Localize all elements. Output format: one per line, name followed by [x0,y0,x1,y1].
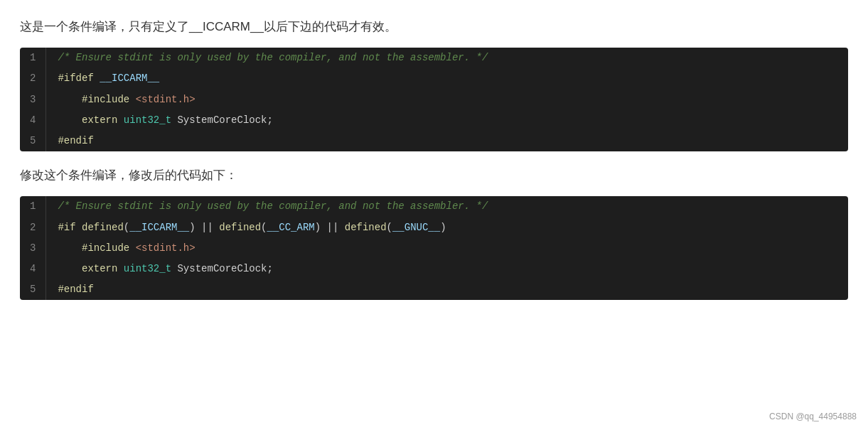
code-line: #ifdef __ICCARM__ [46,68,848,89]
code-line: extern uint32_t SystemCoreClock; [46,259,848,279]
code-line: /* Ensure stdint is only used by the com… [46,196,848,217]
section2-description: 修改这个条件编译，修改后的代码如下： [20,166,848,185]
table-row: 3 #include <stdint.h> [20,238,848,259]
code-defined: __GNUC__ [392,222,440,233]
code-text: SystemCoreClock; [177,114,272,126]
code-keyword: extern [82,263,117,274]
code-line: #endif [46,131,848,151]
code-defined: __CC_ARM [267,222,315,233]
line-number: 1 [20,196,46,217]
watermark: CSDN @qq_44954888 [769,412,857,421]
table-row: 3 #include <stdint.h> [20,90,848,110]
code-type: uint32_t [124,263,171,274]
code-block-1: 1 /* Ensure stdint is only used by the c… [20,48,848,151]
table-row: 1 /* Ensure stdint is only used by the c… [20,48,848,68]
line-number: 4 [20,110,46,131]
code-table-1: 1 /* Ensure stdint is only used by the c… [20,48,848,151]
code-keyword: defined [82,222,124,233]
code-table-2: 1 /* Ensure stdint is only used by the c… [20,196,848,300]
code-include: <stdint.h> [136,94,195,105]
code-directive: #endif [58,284,93,295]
code-defined: __ICCARM__ [129,222,189,233]
code-line: #endif [46,279,848,300]
table-row: 4 extern uint32_t SystemCoreClock; [20,110,848,131]
code-keyword: extern [82,114,117,126]
section1-description: 这是一个条件编译，只有定义了__ICCARM__以后下边的代码才有效。 [20,17,848,36]
code-line: extern uint32_t SystemCoreClock; [46,110,848,131]
code-directive: #endif [58,135,93,146]
code-directive: #if [58,222,75,233]
code-directive: #include [82,94,129,105]
line-number: 2 [20,217,46,238]
code-line: /* Ensure stdint is only used by the com… [46,48,848,68]
code-line: #include <stdint.h> [46,238,848,259]
table-row: 5 #endif [20,279,848,300]
code-comment: /* Ensure stdint is only used by the com… [58,200,488,212]
code-text: SystemCoreClock; [177,263,272,274]
line-number: 1 [20,48,46,68]
code-directive: #include [82,242,129,254]
code-comment: /* Ensure stdint is only used by the com… [58,52,488,63]
line-number: 3 [20,238,46,259]
code-line: #include <stdint.h> [46,90,848,110]
table-row: 2 #ifdef __ICCARM__ [20,68,848,89]
code-line: #if defined(__ICCARM__) || defined(__CC_… [46,217,848,238]
line-number: 3 [20,90,46,110]
line-number: 5 [20,279,46,300]
line-number: 2 [20,68,46,89]
code-type: uint32_t [124,114,171,126]
code-keyword: defined [345,222,387,233]
line-number: 5 [20,131,46,151]
table-row: 2 #if defined(__ICCARM__) || defined(__C… [20,217,848,238]
code-block-2: 1 /* Ensure stdint is only used by the c… [20,196,848,300]
line-number: 4 [20,259,46,279]
code-include: <stdint.h> [136,242,195,254]
table-row: 1 /* Ensure stdint is only used by the c… [20,196,848,217]
code-defined: __ICCARM__ [100,72,159,84]
code-keyword: defined [219,222,261,233]
table-row: 5 #endif [20,131,848,151]
code-directive: #ifdef [58,72,93,84]
table-row: 4 extern uint32_t SystemCoreClock; [20,259,848,279]
